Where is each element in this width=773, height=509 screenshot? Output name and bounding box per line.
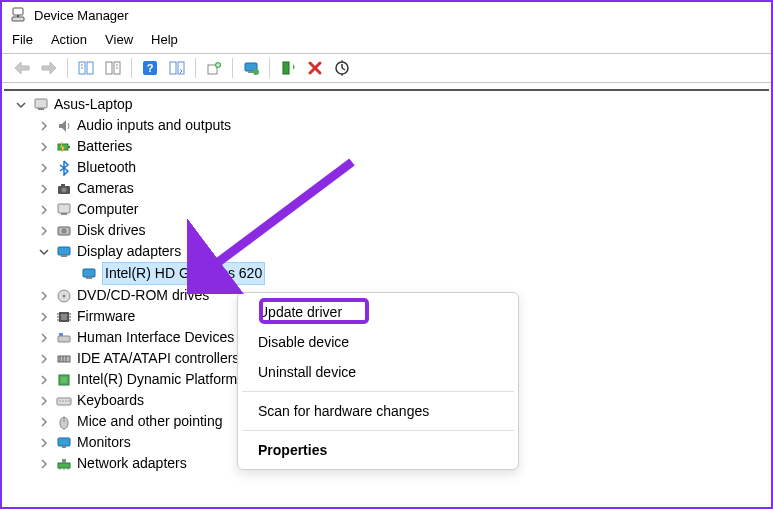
svg-rect-40 (61, 314, 67, 320)
battery-icon (55, 138, 73, 156)
properties-button[interactable] (101, 57, 125, 79)
scan-hardware-button[interactable] (330, 57, 354, 79)
chevron-down-icon[interactable] (37, 245, 51, 259)
menu-view[interactable]: View (105, 32, 133, 47)
tree-item-batteries[interactable]: Batteries (2, 136, 771, 157)
tree-root-label: Asus-Laptop (54, 94, 133, 115)
tree-item-cameras[interactable]: Cameras (2, 178, 771, 199)
svg-rect-62 (58, 438, 70, 446)
tree-item-label: Batteries (77, 136, 132, 157)
menu-help[interactable]: Help (151, 32, 178, 47)
svg-rect-25 (68, 146, 70, 148)
chevron-right-icon[interactable] (37, 373, 51, 387)
svg-rect-30 (61, 213, 67, 215)
separator (242, 391, 514, 392)
chevron-right-icon[interactable] (37, 331, 51, 345)
chevron-right-icon[interactable] (37, 203, 51, 217)
svg-rect-54 (61, 377, 67, 383)
firmware-icon (55, 308, 73, 326)
enable-device-button[interactable] (239, 57, 263, 79)
svg-point-59 (68, 400, 69, 401)
tree-item-bluetooth[interactable]: Bluetooth (2, 157, 771, 178)
svg-point-19 (253, 69, 259, 75)
show-hide-console-button[interactable] (74, 57, 98, 79)
svg-rect-2 (17, 15, 19, 17)
tree-item-display-adapters[interactable]: Display adapters (2, 241, 771, 262)
chevron-right-icon[interactable] (37, 457, 51, 471)
svg-rect-7 (106, 62, 112, 74)
tree-item-label: Intel(R) HD Graphics 620 (102, 262, 265, 285)
chevron-right-icon[interactable] (37, 352, 51, 366)
chevron-right-icon[interactable] (37, 119, 51, 133)
display-adapter-icon (55, 243, 73, 261)
svg-rect-36 (86, 277, 92, 279)
svg-rect-33 (58, 247, 70, 255)
svg-point-56 (59, 400, 60, 401)
audio-icon (55, 117, 73, 135)
ctx-update-driver[interactable]: Update driver (238, 297, 518, 327)
chevron-right-icon[interactable] (37, 161, 51, 175)
help-button[interactable]: ? (138, 57, 162, 79)
hid-icon (55, 329, 73, 347)
chevron-right-icon[interactable] (37, 140, 51, 154)
svg-rect-34 (61, 255, 67, 257)
chevron-down-icon[interactable] (14, 98, 28, 112)
tree-item-label: Network adapters (77, 453, 187, 474)
window-title: Device Manager (34, 8, 129, 23)
svg-rect-63 (62, 446, 66, 448)
tree-item-label: Firmware (77, 306, 135, 327)
computer-icon (32, 96, 50, 114)
ctx-scan-hardware[interactable]: Scan for hardware changes (238, 396, 518, 426)
tree-item-computer[interactable]: Computer (2, 199, 771, 220)
menu-file[interactable]: File (12, 32, 33, 47)
action-button[interactable] (165, 57, 189, 79)
uninstall-device-button[interactable] (303, 57, 327, 79)
svg-rect-23 (38, 108, 44, 110)
dvd-icon (55, 287, 73, 305)
tree-item-label: Human Interface Devices (77, 327, 234, 348)
svg-point-57 (62, 400, 63, 401)
tree-item-label: Intel(R) Dynamic Platform (77, 369, 237, 390)
tree-item-label: IDE ATA/ATAPI controllers (77, 348, 239, 369)
chevron-right-icon[interactable] (37, 289, 51, 303)
tree-item-intel-hd-graphics[interactable]: Intel(R) HD Graphics 620 (2, 262, 771, 285)
ctx-properties[interactable]: Properties (238, 435, 518, 465)
chevron-right-icon[interactable] (37, 224, 51, 238)
device-manager-icon (10, 7, 26, 23)
back-button (10, 57, 34, 79)
chevron-right-icon[interactable] (37, 394, 51, 408)
separator (67, 58, 68, 78)
chevron-right-icon[interactable] (37, 436, 51, 450)
svg-point-32 (62, 228, 67, 233)
ctx-uninstall-device[interactable]: Uninstall device (238, 357, 518, 387)
keyboard-icon (55, 392, 73, 410)
tree-item-label: Monitors (77, 432, 131, 453)
toolbar: ? (2, 53, 771, 83)
network-icon (55, 455, 73, 473)
titlebar: Device Manager (2, 2, 771, 28)
context-menu: Update driver Disable device Uninstall d… (237, 292, 519, 470)
disk-icon (55, 222, 73, 240)
tree-item-diskdrives[interactable]: Disk drives (2, 220, 771, 241)
chevron-right-icon[interactable] (37, 310, 51, 324)
camera-icon (55, 180, 73, 198)
svg-rect-35 (83, 269, 95, 277)
svg-rect-65 (62, 459, 66, 463)
menu-action[interactable]: Action (51, 32, 87, 47)
chevron-right-icon[interactable] (37, 415, 51, 429)
ide-icon (55, 350, 73, 368)
svg-point-58 (65, 400, 66, 401)
ctx-disable-device[interactable]: Disable device (238, 327, 518, 357)
separator (242, 430, 514, 431)
svg-rect-28 (61, 184, 65, 186)
update-driver-button[interactable] (202, 57, 226, 79)
tree-item-audio[interactable]: Audio inputs and outputs (2, 115, 771, 136)
tree-root[interactable]: Asus-Laptop (2, 94, 771, 115)
svg-rect-20 (283, 62, 289, 74)
svg-point-38 (63, 294, 66, 297)
svg-rect-48 (59, 333, 63, 336)
separator (232, 58, 233, 78)
disable-device-button[interactable] (276, 57, 300, 79)
chevron-right-icon[interactable] (37, 182, 51, 196)
tree-item-label: Display adapters (77, 241, 181, 262)
